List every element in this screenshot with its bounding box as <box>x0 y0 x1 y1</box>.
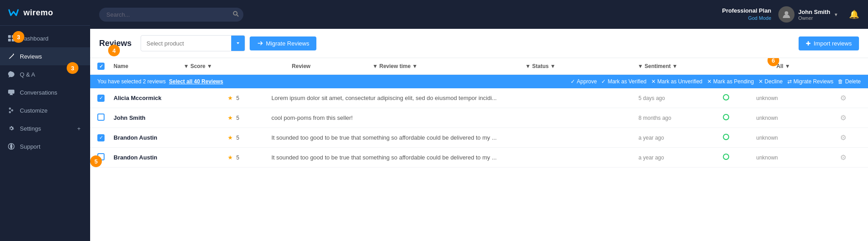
row-time: 5 days ago <box>633 88 718 108</box>
table-header-row: ✓ Name ▼ Score ▼ Review ▼ Review time ▼ <box>90 58 868 75</box>
mark-pending-button[interactable]: ✕ Mark as Pending <box>707 78 754 85</box>
row-status <box>717 108 751 128</box>
bulk-migrate-button[interactable]: ⇄ Migrate Reviews <box>787 78 834 85</box>
row-status <box>717 88 751 108</box>
svg-rect-1 <box>12 35 14 38</box>
settings-add-button[interactable]: + <box>75 124 83 132</box>
row-score: ★ 5 <box>222 128 266 148</box>
sidebar-item-label: Customize <box>20 107 47 114</box>
notification-bell-icon[interactable]: 🔔 <box>849 9 859 19</box>
header-review-time[interactable]: ▼ Review time ▼ <box>367 58 520 75</box>
svg-point-7 <box>9 112 11 113</box>
row-checkbox-cell <box>90 108 108 128</box>
status-dot-icon <box>723 114 729 120</box>
sliders-icon <box>7 106 15 114</box>
sidebar-item-qa[interactable]: Q & A <box>0 65 90 83</box>
svg-point-5 <box>9 108 11 109</box>
row-review: It sounded too good to be true that some… <box>266 128 633 148</box>
search-input[interactable] <box>99 8 243 22</box>
svg-line-10 <box>237 15 239 17</box>
table-row: ✓ Brandon Austin ★ 5 It sounded too good… <box>90 128 868 148</box>
gear-icon <box>7 124 15 132</box>
score-number: 5 <box>236 155 239 161</box>
row-review: Lorem ipsum dolor sit amet, consectetur … <box>266 88 633 108</box>
row-status <box>717 128 751 148</box>
sidebar-item-conversations[interactable]: Conversations <box>0 83 90 101</box>
user-info[interactable]: John Smith Owner ▼ <box>778 6 838 23</box>
globe-icon <box>7 142 15 150</box>
search-icon[interactable] <box>233 11 239 18</box>
content-area: Reviews Migrate Reviews ✚ Import reviews <box>90 29 868 241</box>
row-sentiment: unknown <box>751 88 814 108</box>
sidebar-item-label: Conversations <box>20 89 57 96</box>
row-score: ★ 5 <box>222 88 266 108</box>
plan-name: Professional Plan <box>722 7 771 15</box>
migrate-reviews-button[interactable]: Migrate Reviews <box>250 36 316 50</box>
row-score: ★ 5 <box>222 148 266 168</box>
delete-button[interactable]: 🗑 Delete <box>838 78 861 85</box>
select-all-link[interactable]: Select all 40 Reviews <box>169 78 223 85</box>
reviews-table: ✓ Name ▼ Score ▼ Review ▼ Review time ▼ <box>90 58 868 75</box>
chevron-down-icon: ▼ <box>834 12 838 17</box>
sidebar-item-dashboard[interactable]: Dashboard 3 <box>0 29 90 47</box>
row-settings-cell: ⚙ <box>835 148 868 168</box>
avatar <box>778 6 795 23</box>
mark-verified-button[interactable]: ✓ Mark as Verified <box>601 78 646 85</box>
select-all-checkbox[interactable]: ✓ <box>97 63 105 70</box>
header-all[interactable]: All ▼ <box>771 58 838 75</box>
row-checkbox-cell: ✓ <box>90 88 108 108</box>
product-select-input[interactable] <box>141 37 231 50</box>
score-number: 5 <box>236 115 239 121</box>
mark-unverified-button[interactable]: ✕ Mark as Unverified <box>651 78 703 85</box>
row-checkbox-cell <box>90 148 108 168</box>
svg-rect-0 <box>8 35 11 38</box>
selection-text: You have selected 2 reviews Select all 4… <box>97 78 223 85</box>
sidebar-item-support[interactable]: Support <box>0 137 90 155</box>
star-icon: ★ <box>228 95 233 101</box>
row-settings-icon[interactable]: ⚙ <box>840 134 846 141</box>
row-time: a year ago <box>633 128 718 148</box>
row-sentiment: unknown <box>751 148 814 168</box>
row-time: a year ago <box>633 148 718 168</box>
sidebar-item-label: Q & A <box>20 71 35 78</box>
star-icon: ★ <box>228 154 233 161</box>
user-name: John Smith <box>798 9 830 15</box>
row-settings-icon[interactable]: ⚙ <box>840 154 846 161</box>
sidebar-item-settings[interactable]: Settings + <box>0 119 90 137</box>
import-reviews-button[interactable]: ✚ Import reviews <box>799 36 859 50</box>
plan-sub: God Mode <box>722 15 771 21</box>
row-checkbox[interactable]: ✓ <box>97 134 105 141</box>
row-status <box>717 148 751 168</box>
row-settings-icon[interactable]: ⚙ <box>840 94 846 102</box>
row-score: ★ 5 <box>222 108 266 128</box>
sidebar: wiremo Dashboard 3 Reviews <box>0 0 90 241</box>
svg-point-9 <box>233 12 237 15</box>
main-area: Professional Plan God Mode John Smith Ow… <box>90 0 868 241</box>
row-name: Alicia Mccormick <box>108 88 222 108</box>
header-sentiment[interactable]: ▼ Sentiment ▼ 6 <box>632 58 771 75</box>
row-settings-icon[interactable]: ⚙ <box>840 114 846 122</box>
svg-rect-4 <box>8 90 14 94</box>
header-name: Name <box>108 58 178 75</box>
decline-button[interactable]: ✕ Decline <box>758 78 783 85</box>
wiremo-logo-icon <box>7 6 20 19</box>
plan-info: Professional Plan God Mode <box>722 7 771 21</box>
sidebar-item-customize[interactable]: Customize <box>0 101 90 119</box>
sidebar-item-label: Dashboard <box>20 35 49 42</box>
sidebar-item-reviews[interactable]: Reviews <box>0 47 90 65</box>
row-checkbox[interactable]: ✓ <box>97 95 105 102</box>
score-number: 5 <box>236 135 239 141</box>
approve-button[interactable]: ✓ Approve <box>571 78 597 85</box>
row-checkbox[interactable] <box>97 114 105 121</box>
row-sentiment: unknown <box>751 108 814 128</box>
row-review: cool pom-poms from this seller! <box>266 108 633 128</box>
product-select-arrow-button[interactable] <box>231 36 245 51</box>
header-status[interactable]: ▼ Status ▼ <box>520 58 632 75</box>
header-review: Review <box>287 58 367 75</box>
row-checkbox[interactable] <box>97 153 105 160</box>
edit-icon <box>7 52 15 60</box>
table-row: Brandon Austin ★ 5 It sounded too good t… <box>90 148 868 168</box>
comment-icon <box>7 88 15 96</box>
header-score[interactable]: ▼ Score ▼ <box>178 58 286 75</box>
row-settings-cell: ⚙ <box>835 128 868 148</box>
